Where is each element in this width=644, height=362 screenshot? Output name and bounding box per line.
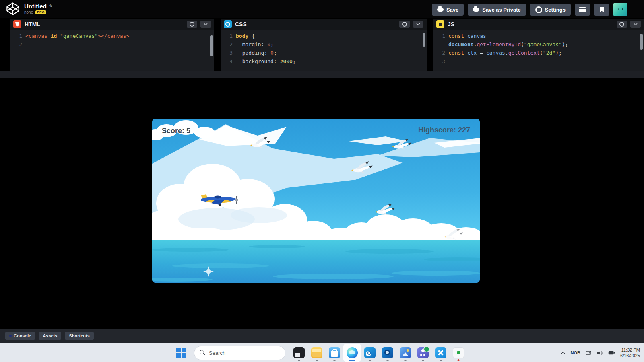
gear-icon: [619, 22, 624, 27]
notes-app-glyph: [453, 347, 464, 358]
search-icon: [200, 350, 205, 356]
start-button[interactable]: [173, 345, 189, 361]
running-indicator: [387, 360, 389, 361]
teams-glyph: [417, 347, 429, 358]
dark-app-glyph: [293, 347, 305, 358]
editor-scrollbar[interactable]: [210, 35, 213, 56]
editor-row: HTML 12 <canvas id="gameCanvas"></canvas…: [0, 19, 644, 71]
blue-app-icon[interactable]: [432, 344, 450, 362]
cloud-icon: [437, 8, 444, 12]
edit-pencil-icon[interactable]: ✎: [49, 4, 53, 8]
editor-resizer[interactable]: [0, 71, 644, 78]
photos-glyph: [400, 347, 411, 358]
blue-app-glyph: [435, 347, 446, 358]
battery-icon[interactable]: [608, 350, 615, 355]
editor-collapse-button[interactable]: [413, 21, 423, 28]
assets-tab[interactable]: Assets: [39, 332, 61, 340]
pen-title-block: Untitled ✎ none PRO: [24, 3, 53, 14]
editor-settings-button[interactable]: [617, 21, 627, 28]
console-tab[interactable]: Console: [5, 332, 35, 340]
pen-title: Untitled: [24, 3, 47, 9]
save-as-private-button[interactable]: Save as Private: [468, 4, 526, 16]
screen: Untitled ✎ none PRO Save Save as Private…: [0, 0, 644, 362]
console-dot-icon: [9, 335, 12, 337]
game-canvas[interactable]: Score: 5 Highscore: 227: [152, 119, 480, 283]
taskbar: Search NOB 11:32 PM 6/16/2025: [0, 343, 644, 362]
html5-icon: [13, 20, 21, 28]
notes-app-icon[interactable]: [450, 344, 467, 362]
running-indicator: [405, 360, 407, 361]
gear-icon: [190, 22, 194, 27]
css3-icon: [224, 20, 232, 28]
file-explorer-icon[interactable]: [308, 344, 326, 362]
console-label: Console: [14, 333, 31, 338]
system-tray: NOB 11:32 PM 6/16/2025: [561, 343, 640, 362]
line-numbers: 12: [10, 32, 25, 49]
taskbar-clock[interactable]: 11:32 PM 6/16/2025: [620, 347, 640, 358]
editor-scrollbar[interactable]: [640, 34, 643, 50]
edge-browser-icon[interactable]: [343, 344, 361, 362]
file-explorer-glyph: [311, 347, 322, 358]
codepen-logo-icon[interactable]: [6, 2, 20, 16]
editor-scrollbar[interactable]: [423, 33, 425, 47]
clock-date: 6/16/2025: [620, 353, 640, 358]
highscore-text: Highscore: 227: [418, 126, 470, 134]
pro-badge: PRO: [35, 10, 46, 14]
layout-icon: [579, 7, 586, 12]
save-label: Save: [446, 7, 458, 13]
js-icon: [436, 20, 444, 28]
js-editor-panel[interactable]: JS 123 const canvas =document.getElement…: [433, 19, 644, 71]
clock-time: 11:32 PM: [620, 347, 640, 353]
chevron-down-icon: [204, 23, 208, 25]
outlook-classic-glyph: [382, 347, 393, 358]
outlook-classic-icon[interactable]: [379, 344, 396, 362]
volume-icon[interactable]: [597, 350, 603, 356]
css-code[interactable]: body { margin: 0; padding: 0; background…: [236, 32, 296, 66]
html-code[interactable]: <canvas id="gameCanvas"></canvas>: [25, 32, 129, 49]
pen-author: none: [24, 10, 33, 14]
html-panel-label: HTML: [25, 21, 184, 27]
teams-icon[interactable]: [414, 344, 432, 362]
change-view-button[interactable]: [575, 4, 590, 16]
cloud-icon: [473, 8, 479, 12]
html-panel-header: HTML: [10, 19, 214, 30]
html-editor-panel[interactable]: HTML 12 <canvas id="gameCanvas"></canvas…: [10, 19, 214, 71]
js-panel-label: JS: [448, 21, 613, 27]
assets-label: Assets: [43, 333, 57, 338]
running-indicator: [440, 360, 442, 361]
shortcuts-tab[interactable]: Shortcuts: [65, 332, 93, 340]
save-private-label: Save as Private: [482, 7, 520, 13]
touch-keyboard-icon[interactable]: [586, 350, 592, 356]
user-avatar[interactable]: [613, 3, 627, 16]
preview-area: Score: 5 Highscore: 227: [0, 78, 644, 329]
outlook-glyph: [364, 347, 376, 358]
running-indicator: [298, 360, 300, 361]
running-indicator: [316, 360, 318, 361]
line-numbers: 1234: [221, 32, 236, 66]
save-button[interactable]: Save: [432, 4, 464, 16]
game-scene: Score: 5 Highscore: 227: [152, 119, 480, 283]
settings-label: Settings: [545, 7, 566, 13]
microsoft-store-icon[interactable]: [326, 344, 343, 362]
js-code[interactable]: const canvas =document.getElementById("g…: [448, 32, 568, 66]
editor-collapse-button[interactable]: [200, 21, 211, 28]
running-indicator: [349, 360, 355, 361]
running-indicator: [458, 359, 460, 361]
gear-icon: [535, 6, 542, 13]
tray-chevron-up-icon[interactable]: [561, 351, 566, 354]
outlook-icon[interactable]: [361, 344, 379, 362]
settings-button[interactable]: Settings: [530, 4, 571, 16]
editor-collapse-button[interactable]: [630, 21, 641, 28]
editor-settings-button[interactable]: [187, 21, 197, 28]
css-editor-panel[interactable]: CSS 1234 body { margin: 0; padding: 0; b…: [221, 19, 427, 71]
bookmark-icon: [600, 7, 604, 13]
shortcuts-label: Shortcuts: [69, 333, 89, 338]
bookmark-button[interactable]: [594, 4, 609, 16]
taskbar-search[interactable]: Search: [194, 346, 285, 360]
dark-app-icon[interactable]: [290, 344, 308, 362]
keyboard-language-indicator[interactable]: NOB: [571, 350, 580, 355]
microsoft-store-glyph: [329, 347, 340, 358]
running-indicator: [369, 360, 371, 361]
editor-settings-button[interactable]: [399, 21, 410, 28]
photos-icon[interactable]: [396, 344, 414, 362]
